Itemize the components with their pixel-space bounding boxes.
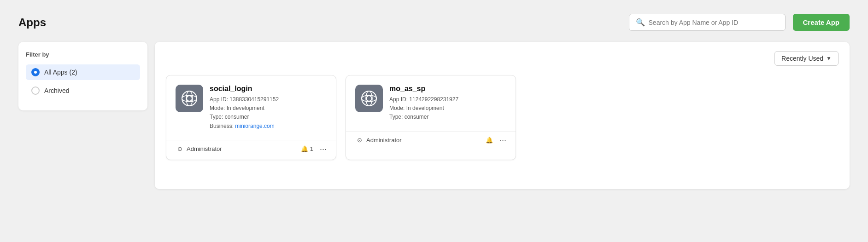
search-icon: 🔍 bbox=[636, 18, 645, 27]
card-top-social-login: social_login App ID: 1388330415291152 Mo… bbox=[166, 75, 336, 138]
app-card-mo-as-sp[interactable]: mo_as_sp App ID: 1124292298231927 Mode: … bbox=[346, 75, 516, 160]
create-app-button[interactable]: Create App bbox=[793, 14, 850, 31]
app-meta-mo-as-sp: App ID: 1124292298231927 Mode: In develo… bbox=[389, 95, 506, 122]
admin-icon-mo-as-sp: ⊙ bbox=[355, 136, 364, 144]
svg-point-7 bbox=[366, 91, 372, 106]
filter-sidebar: Filter by All Apps (2) Archived bbox=[18, 42, 147, 110]
page-title: Apps bbox=[18, 16, 46, 29]
card-bottom-mo-as-sp: ⊙ Administrator 🔔 ··· bbox=[346, 131, 516, 151]
filter-option-all-apps[interactable]: All Apps (2) bbox=[26, 64, 140, 80]
app-info-social-login: social_login App ID: 1388330415291152 Mo… bbox=[210, 85, 327, 131]
card-bottom-social-login: ⊙ Administrator 🔔 1 ··· bbox=[166, 140, 336, 160]
app-meta-social-login: App ID: 1388330415291152 Mode: In develo… bbox=[210, 95, 327, 131]
content-header: Recently Used ▼ bbox=[166, 51, 839, 66]
admin-label-social-login: ⊙ Administrator bbox=[176, 145, 222, 153]
header-right: 🔍 Create App bbox=[629, 14, 850, 31]
radio-all-apps bbox=[31, 68, 40, 76]
admin-label-mo-as-sp: ⊙ Administrator bbox=[355, 136, 402, 144]
radio-archived bbox=[31, 86, 40, 95]
app-icon-mo-as-sp bbox=[355, 85, 383, 112]
app-icon-social-login bbox=[176, 85, 203, 112]
notification-bell-mo-as-sp[interactable]: 🔔 bbox=[486, 137, 493, 144]
card-top-mo-as-sp: mo_as_sp App ID: 1124292298231927 Mode: … bbox=[346, 75, 516, 129]
main-layout: Filter by All Apps (2) Archived Recently… bbox=[18, 42, 850, 189]
more-options-social-login[interactable]: ··· bbox=[320, 145, 327, 153]
filter-archived-label: Archived bbox=[44, 87, 69, 94]
content-area: Recently Used ▼ bbox=[155, 42, 850, 189]
search-box: 🔍 bbox=[629, 14, 786, 31]
bell-icon-social-login: 🔔 bbox=[301, 145, 308, 152]
page-header: Apps 🔍 Create App bbox=[18, 14, 850, 31]
chevron-down-icon: ▼ bbox=[826, 55, 832, 62]
app-name-mo-as-sp: mo_as_sp bbox=[389, 85, 506, 93]
svg-point-0 bbox=[182, 91, 197, 106]
notification-count-social-login: 1 bbox=[310, 145, 313, 152]
sort-label: Recently Used bbox=[781, 55, 823, 62]
admin-icon-social-login: ⊙ bbox=[176, 145, 184, 153]
filter-all-apps-label: All Apps (2) bbox=[44, 69, 77, 76]
app-info-mo-as-sp: mo_as_sp App ID: 1124292298231927 Mode: … bbox=[389, 85, 506, 122]
app-card-social-login[interactable]: social_login App ID: 1388330415291152 Mo… bbox=[166, 75, 336, 160]
card-actions-mo-as-sp: 🔔 ··· bbox=[486, 136, 506, 144]
app-name-social-login: social_login bbox=[210, 85, 327, 93]
card-actions-social-login: 🔔 1 ··· bbox=[301, 145, 327, 153]
notification-bell-social-login[interactable]: 🔔 1 bbox=[301, 145, 313, 152]
filter-label: Filter by bbox=[26, 51, 140, 58]
app-cards: social_login App ID: 1388330415291152 Mo… bbox=[166, 75, 839, 160]
svg-point-5 bbox=[366, 96, 372, 101]
more-options-mo-as-sp[interactable]: ··· bbox=[499, 136, 506, 144]
sort-dropdown[interactable]: Recently Used ▼ bbox=[774, 51, 839, 66]
business-link-social-login[interactable]: miniorange.com bbox=[235, 123, 274, 129]
svg-point-2 bbox=[182, 95, 197, 102]
svg-point-4 bbox=[362, 91, 376, 106]
filter-option-archived[interactable]: Archived bbox=[26, 83, 140, 98]
bell-icon-mo-as-sp: 🔔 bbox=[486, 137, 493, 144]
svg-point-3 bbox=[186, 91, 193, 106]
svg-point-6 bbox=[362, 95, 376, 102]
search-input[interactable] bbox=[649, 19, 779, 26]
svg-point-1 bbox=[187, 96, 192, 101]
